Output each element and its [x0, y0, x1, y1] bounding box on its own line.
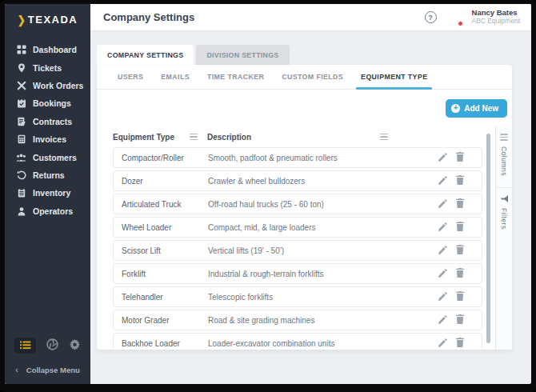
table-toolbar: + Add New: [97, 90, 512, 126]
subtab-custom-fields[interactable]: CUSTOM FIELDS: [282, 65, 343, 89]
table-row[interactable]: Motor Grader Road & site grading machine…: [113, 310, 482, 330]
table-header: Equipment Type Description: [113, 126, 482, 147]
sidebar-item-work-orders[interactable]: Work Orders: [5, 77, 90, 94]
cell-equipment-type: Wheel Loader: [122, 223, 208, 232]
app-window: ❯ TEXADA Dashboard Tickets Work Orders B…: [5, 4, 531, 384]
bookings-icon: [16, 98, 26, 109]
sidebar-item-returns[interactable]: Returns: [5, 166, 90, 184]
collapse-menu-button[interactable]: ‹ Collapse Menu: [5, 365, 90, 374]
trash-icon: [456, 222, 464, 234]
cell-description: Off-road haul trucks (25 - 60 ton): [208, 200, 438, 209]
sidebar-item-customers[interactable]: Customers: [5, 148, 90, 166]
vertical-scrollbar[interactable]: [486, 134, 490, 343]
delete-button[interactable]: [456, 268, 464, 280]
cell-description: Road & site grading machines: [208, 316, 438, 325]
tab-company-settings[interactable]: COMPANY SETTINGS: [97, 45, 194, 65]
table-row[interactable]: Articulated Truck Off-road haul trucks (…: [113, 194, 482, 214]
user-avatar[interactable]: [446, 10, 462, 26]
pencil-icon: [438, 338, 447, 350]
sidebar-item-label: Operators: [33, 206, 73, 216]
sidebar-item-dashboard[interactable]: Dashboard: [5, 41, 90, 58]
notification-dot: [458, 21, 463, 26]
menu-list-button[interactable]: [14, 338, 36, 354]
sidebar-item-tickets[interactable]: Tickets: [5, 58, 90, 76]
table-row[interactable]: Telehandler Telescopic forklifts: [113, 286, 482, 307]
tab-division-settings[interactable]: DIVISION SETTINGS: [196, 45, 289, 65]
columns-toggle[interactable]: Columns: [500, 126, 508, 176]
sidebar: ❯ TEXADA Dashboard Tickets Work Orders B…: [5, 4, 90, 384]
sidebar-item-label: Customers: [33, 153, 77, 162]
invoices-icon: [16, 134, 26, 145]
pencil-icon: [438, 245, 447, 257]
edit-button[interactable]: [438, 338, 447, 350]
sidebar-item-operators[interactable]: Operators: [5, 202, 90, 220]
settings-button[interactable]: [69, 338, 81, 354]
shutter-button[interactable]: [46, 338, 58, 354]
pencil-icon: [438, 291, 447, 303]
add-new-label: Add New: [464, 104, 498, 113]
subtab-time-tracker[interactable]: TIME TRACKER: [207, 65, 264, 89]
dashboard-icon: [16, 45, 26, 55]
pencil-icon: [438, 175, 447, 187]
table-row[interactable]: Scissor Lift Vertical lifts (19' - 50'): [113, 240, 482, 261]
add-new-button[interactable]: + Add New: [446, 99, 507, 118]
edit-button[interactable]: [438, 175, 447, 187]
columns-icon: [500, 134, 508, 141]
cell-equipment-type: Forklift: [122, 270, 208, 278]
edit-button[interactable]: [438, 268, 447, 280]
sidebar-item-label: Bookings: [33, 98, 71, 108]
sidebar-item-invoices[interactable]: Invoices: [5, 130, 90, 148]
table-row[interactable]: Dozer Crawler & wheel bulldozers: [113, 170, 482, 191]
edit-button[interactable]: [438, 198, 447, 210]
inventory-icon: [16, 188, 26, 198]
subtabs: USERS EMAILS TIME TRACKER CUSTOM FIELDS …: [97, 65, 512, 90]
delete-button[interactable]: [456, 175, 464, 187]
filters-label: Filters: [500, 208, 508, 230]
texada-chevron-icon: ❯: [18, 13, 26, 26]
edit-button[interactable]: [438, 152, 447, 164]
content-area: COMPANY SETTINGS DIVISION SETTINGS USERS…: [90, 30, 531, 384]
edit-button[interactable]: [438, 245, 447, 257]
column-menu-icon[interactable]: [380, 134, 388, 141]
subtab-emails[interactable]: EMAILS: [161, 65, 190, 89]
subtab-users[interactable]: USERS: [118, 65, 143, 89]
trash-icon: [456, 152, 464, 164]
edit-button[interactable]: [438, 222, 447, 234]
trash-icon: [456, 175, 464, 187]
delete-button[interactable]: [456, 245, 464, 257]
contracts-icon: [16, 116, 26, 126]
trash-icon: [456, 314, 464, 326]
edit-button[interactable]: [438, 314, 447, 326]
sidebar-item-label: Tickets: [33, 63, 62, 73]
table-row[interactable]: Wheel Loader Compact, mid, & large loade…: [113, 217, 482, 238]
delete-button[interactable]: [456, 338, 464, 350]
column-menu-icon[interactable]: [190, 134, 198, 141]
chevron-left-icon: ‹: [15, 365, 18, 374]
help-icon[interactable]: ?: [425, 11, 437, 23]
delete-button[interactable]: [456, 152, 464, 164]
trash-icon: [456, 338, 464, 350]
cell-equipment-type: Telehandler: [122, 293, 208, 302]
cell-description: Loader-excavator combination units: [208, 339, 438, 348]
table-row[interactable]: Backhoe Loader Loader-excavator combinat…: [113, 333, 482, 350]
subtab-equipment-type[interactable]: EQUIPMENT TYPE: [361, 65, 427, 89]
delete-button[interactable]: [456, 291, 464, 303]
delete-button[interactable]: [456, 222, 464, 234]
edit-button[interactable]: [438, 291, 447, 303]
sidebar-bottom: ‹ Collapse Menu: [5, 338, 90, 384]
filters-toggle[interactable]: Filters: [500, 188, 508, 230]
pencil-icon: [438, 314, 447, 326]
tickets-icon: [16, 62, 26, 73]
table-row[interactable]: Compactor/Roller Smooth, padfoot & pneum…: [113, 147, 482, 168]
sidebar-item-label: Invoices: [33, 134, 66, 144]
column-header-equipment-type: Equipment Type: [113, 133, 174, 142]
sidebar-item-bookings[interactable]: Bookings: [5, 94, 90, 112]
company-settings-panel: USERS EMAILS TIME TRACKER CUSTOM FIELDS …: [97, 65, 512, 350]
table-row[interactable]: Forklift Industrial & rough-terrain fork…: [113, 263, 482, 284]
table-rows: Compactor/Roller Smooth, padfoot & pneum…: [113, 147, 482, 350]
sidebar-item-inventory[interactable]: Inventory: [5, 184, 90, 202]
delete-button[interactable]: [456, 314, 464, 326]
sidebar-item-contracts[interactable]: Contracts: [5, 113, 90, 130]
cell-equipment-type: Backhoe Loader: [122, 339, 208, 348]
delete-button[interactable]: [456, 198, 464, 210]
